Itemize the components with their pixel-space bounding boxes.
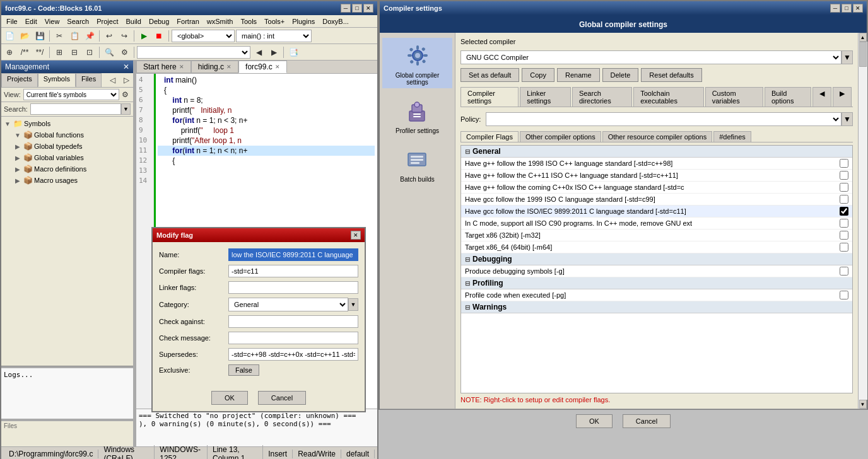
scroll-thumb[interactable] [859, 42, 867, 67]
flag-c11-checkbox[interactable] [840, 207, 848, 216]
flag-row-c11[interactable]: Have gcc follow the ISO/IEC 9899:2011 C … [461, 206, 852, 218]
flags-tab-other-resource[interactable]: Other resource compiler options [602, 131, 713, 142]
linker-flags-input[interactable] [228, 281, 358, 294]
compiler-selector[interactable]: GNU GCC Compiler [460, 50, 842, 64]
maximize-button[interactable]: □ [352, 4, 362, 13]
flags-tab-defines[interactable]: #defines [713, 131, 751, 142]
vertical-scrollbar[interactable]: ▲ ▼ [858, 33, 867, 409]
tab-custom-variables[interactable]: Custom variables [705, 87, 763, 107]
macro-usages-expand[interactable]: ▶ [13, 175, 23, 185]
undo-btn[interactable]: ↩ [102, 29, 116, 43]
exclusive-button[interactable]: False [228, 364, 259, 376]
compiler-minimize-button[interactable]: ─ [830, 4, 840, 13]
menu-build[interactable]: Build [122, 16, 144, 26]
compiler-close-button[interactable]: ✕ [853, 4, 863, 13]
modify-ok-button[interactable]: OK [211, 391, 248, 405]
tree-symbols-root[interactable]: ▼ 📁 Symbols [3, 118, 132, 129]
function-dropdown[interactable]: main() : int [236, 30, 312, 42]
general-toggle[interactable]: ⊟ [465, 148, 470, 155]
scope-dropdown[interactable]: <global> [172, 30, 235, 42]
sym-btn6[interactable]: ⊡ [83, 45, 97, 59]
tree-global-variables[interactable]: ▶ 📦 Global variables [13, 152, 132, 163]
flag-c99-checkbox[interactable] [840, 195, 848, 204]
category-dropdown[interactable]: General [228, 298, 348, 311]
nav-next[interactable]: ▶ [267, 45, 281, 59]
search-input[interactable] [30, 103, 121, 115]
delete-button[interactable]: Delete [602, 68, 639, 82]
tab-start-here[interactable]: Start here ✕ [136, 61, 191, 73]
view-dropdown[interactable]: Current file's symbols [23, 89, 119, 100]
global-variables-expand[interactable]: ▶ [13, 153, 23, 163]
flag-row-m64[interactable]: Target x86_64 (64bit) [-m64] [461, 241, 852, 253]
tree-global-functions[interactable]: ▼ 📦 Global functions [13, 129, 132, 141]
flag-m64-checkbox[interactable] [840, 243, 848, 252]
save-btn[interactable]: 💾 [33, 29, 47, 43]
sidebar-item-batch-builds[interactable]: Batch builds [397, 142, 437, 185]
code-text[interactable]: int main() { int n = 8; printf(" Initial… [154, 74, 377, 167]
sym-btn4[interactable]: ⊞ [52, 45, 66, 59]
menu-doxyb[interactable]: DoxyB... [319, 16, 353, 26]
panel-right-arrow[interactable]: ▷ [119, 73, 133, 87]
menu-debug[interactable]: Debug [145, 16, 173, 26]
tab-symbols[interactable]: Symbols [38, 73, 76, 87]
nav-btn[interactable]: 📑 [286, 45, 300, 59]
check-against-input[interactable] [228, 315, 358, 328]
tab-forc99-c-close[interactable]: ✕ [275, 64, 280, 70]
menu-edit[interactable]: Edit [21, 16, 41, 26]
compiler-flags-input[interactable] [228, 265, 358, 277]
supersedes-input[interactable] [228, 348, 358, 361]
tab-hiding-c[interactable]: hiding.c ✕ [191, 61, 238, 73]
flag-row-cxx11[interactable]: Have g++ follow the C++11 ISO C++ langua… [461, 170, 852, 182]
reset-defaults-button[interactable]: Reset defaults [641, 68, 701, 82]
flag-row-cxx98[interactable]: Have g++ follow the 1998 ISO C++ languag… [461, 158, 852, 170]
menu-project[interactable]: Project [93, 16, 122, 26]
symbols-expand-icon[interactable]: ▼ [3, 119, 13, 129]
tab-compiler-settings[interactable]: Compiler settings [460, 87, 519, 107]
flag-g-checkbox[interactable] [840, 267, 848, 276]
flags-tab-compiler[interactable]: Compiler Flags [460, 131, 519, 142]
category-dropdown-arrow[interactable]: ▼ [348, 298, 358, 311]
flags-tab-other-compiler[interactable]: Other compiler options [520, 131, 601, 142]
menu-fortran[interactable]: Fortran [173, 16, 202, 26]
set-as-default-button[interactable]: Set as default [460, 68, 519, 82]
panel-left-arrow[interactable]: ◁ [105, 73, 119, 87]
flag-row-c99[interactable]: Have gcc follow the 1999 ISO C language … [461, 194, 852, 206]
sym-btn1[interactable]: ⊕ [3, 45, 16, 59]
close-button[interactable]: ✕ [363, 4, 373, 13]
run-btn[interactable]: ▶ [137, 29, 151, 43]
sym-btn7[interactable]: 🔍 [102, 45, 116, 59]
nav-prev[interactable]: ◀ [252, 45, 266, 59]
sym-btn3[interactable]: **/ [33, 45, 47, 59]
menu-view[interactable]: View [41, 16, 64, 26]
sym-btn5[interactable]: ⊟ [67, 45, 81, 59]
global-typedefs-expand[interactable]: ▶ [13, 141, 23, 151]
tree-global-typedefs[interactable]: ▶ 📦 Global typedefs [13, 141, 132, 152]
minimize-button[interactable]: ─ [341, 4, 351, 13]
compiler-cancel-button[interactable]: Cancel [623, 414, 671, 428]
scroll-down-button[interactable]: ▼ [859, 400, 867, 409]
panel-close-icon[interactable]: ✕ [123, 62, 129, 71]
policy-dropdown-arrow[interactable]: ▼ [842, 112, 853, 126]
check-message-input[interactable] [228, 332, 358, 344]
tab-build-options[interactable]: Build options [765, 87, 811, 107]
search-dropdown-icon[interactable]: ▼ [121, 103, 131, 115]
modify-cancel-button[interactable]: Cancel [258, 391, 306, 405]
flag-cxx11-checkbox[interactable] [840, 171, 848, 180]
macro-definitions-expand[interactable]: ▶ [13, 164, 23, 174]
global-functions-expand[interactable]: ▼ [13, 130, 23, 140]
tab-search-directories[interactable]: Search directories [572, 87, 632, 107]
flag-row-m32[interactable]: Target x86 (32bit) [-m32] [461, 230, 852, 241]
warnings-toggle[interactable]: ⊟ [465, 304, 470, 311]
flag-pg-checkbox[interactable] [840, 291, 848, 299]
compiler-dropdown-arrow[interactable]: ▼ [842, 50, 853, 64]
menu-tools[interactable]: Tools [237, 16, 261, 26]
menu-wxsmith[interactable]: wxSmith [203, 16, 237, 26]
view-settings-icon[interactable]: ⚙ [119, 89, 131, 100]
copy-button[interactable]: Copy [522, 68, 554, 82]
tab-hiding-c-close[interactable]: ✕ [226, 64, 232, 70]
menu-file[interactable]: File [3, 16, 21, 26]
tab-files[interactable]: Files [76, 73, 102, 87]
rename-button[interactable]: Rename [557, 68, 600, 82]
flag-row-g[interactable]: Produce debugging symbols [-g] [461, 265, 852, 277]
modify-flag-close[interactable]: ✕ [351, 231, 361, 240]
